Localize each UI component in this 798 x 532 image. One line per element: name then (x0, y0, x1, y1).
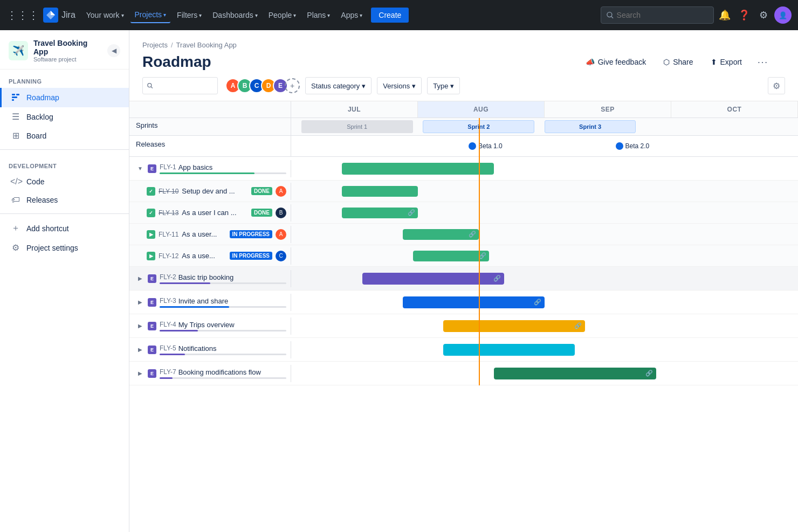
fly1-progress-container (160, 172, 286, 174)
sidebar-item-board[interactable]: ⊞ Board (0, 126, 129, 145)
fly13-bar[interactable]: 🔗 (342, 208, 418, 218)
sidebar-item-add-shortcut[interactable]: ＋ Add shortcut (0, 218, 129, 238)
settings-button[interactable]: ⚙ (755, 6, 772, 24)
fly7-expand[interactable]: ▶ (136, 369, 145, 378)
type-chevron: ▾ (450, 82, 454, 90)
month-sep: SEP (545, 101, 671, 118)
fly2-bar[interactable]: 🔗 (362, 273, 504, 285)
fly11-type-icon: ▶ (147, 230, 155, 239)
nav-plans[interactable]: Plans ▾ (302, 8, 334, 23)
nav-people[interactable]: People ▾ (264, 8, 301, 23)
fly1-bar[interactable] (342, 163, 494, 175)
share-icon: ⬡ (663, 58, 670, 66)
jira-logo[interactable]: Jira (43, 8, 75, 23)
fly1-info: FLY-1 App basics (160, 163, 286, 174)
breadcrumb-projects-link[interactable]: Projects (142, 41, 168, 49)
fly13-title: As a user I can ... (182, 209, 248, 217)
fly4-expand[interactable]: ▶ (136, 322, 145, 330)
epic-row-fly1: ▼ E FLY-1 App basics (129, 157, 798, 181)
search-input[interactable] (617, 11, 708, 19)
notifications-button[interactable]: 🔔 (716, 6, 733, 24)
status-category-chevron: ▾ (362, 82, 366, 90)
story-row-fly12: ▶ FLY-12 As a use... IN PROGRESS C 🔗 (129, 245, 798, 267)
nav-your-work[interactable]: Your work ▾ (82, 8, 128, 23)
nav-dashboards[interactable]: Dashboards ▾ (208, 8, 262, 23)
status-category-filter[interactable]: Status category ▾ (305, 77, 372, 94)
more-actions-button[interactable]: ⋯ (753, 53, 772, 71)
main-layout: ✈️ Travel Booking App Software project ◀… (0, 30, 798, 532)
nav-apps[interactable]: Apps ▾ (336, 8, 367, 23)
fly4-progress-container (160, 330, 286, 331)
sprint-2-block: Sprint 2 (423, 120, 534, 133)
fly3-bar[interactable]: 🔗 (403, 296, 545, 308)
fly11-bar[interactable]: 🔗 (403, 229, 479, 240)
fly12-bar[interactable]: 🔗 (413, 251, 489, 261)
gantt-label-header (129, 101, 291, 118)
filter-settings-button[interactable]: ⚙ (768, 77, 785, 94)
filter-bar: A B C D E + Status category ▾ Versions ▾… (129, 71, 798, 101)
fly4-info: FLY-4 My Trips overview (160, 321, 286, 331)
help-button[interactable]: ❓ (735, 6, 753, 24)
project-settings-icon: ⚙ (10, 243, 21, 253)
grid-icon[interactable]: ⋮⋮⋮ (6, 9, 39, 22)
fly3-title: Invite and share (178, 297, 286, 305)
sidebar-releases-label: Releases (26, 196, 58, 204)
svg-rect-5 (12, 99, 14, 101)
fly3-expand[interactable]: ▶ (136, 298, 145, 307)
logo-text: Jira (61, 10, 75, 20)
gantt-month-header: JUL AUG SEP OCT (129, 101, 798, 118)
sidebar-item-code[interactable]: </> Code (0, 172, 129, 191)
fly1-key: FLY-1 (160, 163, 176, 171)
fly5-expand[interactable]: ▶ (136, 346, 145, 354)
backlog-icon: ☰ (10, 112, 21, 122)
breadcrumb-project-link[interactable]: Travel Booking App (176, 41, 237, 49)
sidebar-item-backlog[interactable]: ☰ Backlog (0, 107, 129, 126)
project-type: Software project (33, 56, 102, 63)
type-filter[interactable]: Type ▾ (427, 77, 460, 94)
fly10-bar[interactable] (342, 186, 418, 197)
svg-rect-3 (16, 94, 19, 95)
filter-search-box[interactable] (142, 77, 218, 94)
sidebar-item-releases[interactable]: 🏷 Releases (0, 191, 129, 209)
sidebar-item-project-settings[interactable]: ⚙ Project settings (0, 238, 129, 257)
fly7-progress-bar (160, 377, 173, 379)
nav-filters[interactable]: Filters ▾ (173, 8, 206, 23)
code-icon: </> (10, 177, 21, 186)
fly1-expand[interactable]: ▼ (136, 164, 145, 173)
fly10-title: Setup dev and ... (182, 187, 248, 195)
feedback-button[interactable]: 📣 Give feedback (579, 54, 653, 70)
export-button[interactable]: ⬆ Export (704, 54, 748, 70)
roadmap-icon (10, 92, 21, 103)
fly7-progress-container (160, 377, 286, 379)
breadcrumb: Projects / Travel Booking App (142, 41, 785, 49)
filter-search-input[interactable] (156, 82, 213, 90)
sidebar-item-roadmap[interactable]: Roadmap (0, 88, 129, 107)
add-assignee-button[interactable]: + (285, 78, 300, 93)
versions-filter[interactable]: Versions ▾ (377, 77, 422, 94)
fly1-label: ▼ E FLY-1 App basics (129, 160, 291, 177)
page-title: Roadmap (142, 53, 211, 71)
release-beta2-dot (616, 142, 623, 150)
nav-projects[interactable]: Projects ▾ (130, 7, 171, 23)
fly10-type-icon: ✓ (147, 187, 155, 196)
create-button[interactable]: Create (371, 8, 409, 23)
search-box[interactable] (601, 6, 714, 24)
share-button[interactable]: ⬡ Share (657, 54, 699, 70)
fly7-key: FLY-7 (160, 368, 176, 376)
fly5-bar[interactable] (443, 344, 575, 356)
epic-row-fly5: ▶ E FLY-5 Notifications (129, 338, 798, 362)
breadcrumb-separator: / (171, 41, 173, 49)
fly4-bar[interactable]: 🔗 (443, 320, 585, 332)
month-oct: OCT (671, 101, 798, 118)
fly2-expand[interactable]: ▶ (136, 274, 145, 283)
fly10-label: ✓ FLY-10 Setup dev and ... DONE A (129, 183, 291, 200)
fly7-bar[interactable]: 🔗 (494, 368, 656, 379)
sidebar-add-shortcut-label: Add shortcut (26, 224, 69, 233)
planning-section-label: PLANNING (0, 70, 129, 88)
sidebar-collapse-button[interactable]: ◀ (107, 44, 120, 57)
fly13-status: DONE (251, 209, 272, 217)
versions-label: Versions (383, 82, 410, 90)
user-avatar[interactable]: 👤 (774, 6, 792, 24)
epic-row-fly3: ▶ E FLY-3 Invite and share (129, 291, 798, 314)
fly3-key: FLY-3 (160, 297, 176, 305)
